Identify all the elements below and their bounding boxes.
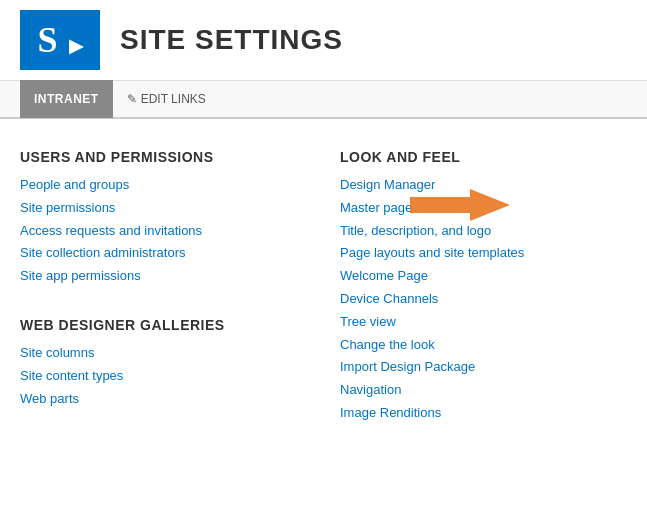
list-item: Access requests and invitations (20, 221, 300, 242)
edit-links-button[interactable]: ✎ EDIT LINKS (127, 92, 206, 106)
navigation-link[interactable]: Navigation (340, 382, 401, 397)
master-page-link[interactable]: Master page (340, 200, 412, 215)
web-designer-galleries-title: WEB DESIGNER GALLERIES (20, 317, 300, 333)
design-manager-link[interactable]: Design Manager (340, 177, 435, 192)
web-parts-link[interactable]: Web parts (20, 391, 79, 406)
image-renditions-link[interactable]: Image Renditions (340, 405, 441, 420)
list-item: Tree view (340, 312, 627, 333)
edit-links-label: EDIT LINKS (141, 92, 206, 106)
right-column: LOOK AND FEEL Design Manager Master page… (340, 149, 627, 454)
list-item: Change the look (340, 335, 627, 356)
sharepoint-logo: S ▶ (20, 10, 100, 70)
list-item: Master page (340, 198, 627, 219)
list-item: Site app permissions (20, 266, 300, 287)
left-column: USERS AND PERMISSIONS People and groups … (20, 149, 300, 454)
list-item: Page layouts and site templates (340, 243, 627, 264)
access-requests-link[interactable]: Access requests and invitations (20, 223, 202, 238)
list-item: Site columns (20, 343, 300, 364)
site-app-permissions-link[interactable]: Site app permissions (20, 268, 141, 283)
users-permissions-list: People and groups Site permissions Acces… (20, 175, 300, 287)
list-item: Image Renditions (340, 403, 627, 424)
list-item: People and groups (20, 175, 300, 196)
nav-intranet[interactable]: INTRANET (20, 80, 113, 118)
list-item: Device Channels (340, 289, 627, 310)
title-description-logo-link[interactable]: Title, description, and logo (340, 223, 491, 238)
web-designer-galleries-list: Site columns Site content types Web part… (20, 343, 300, 409)
list-item: Site content types (20, 366, 300, 387)
logo-icon: ▶ (69, 36, 83, 56)
pencil-icon: ✎ (127, 92, 137, 106)
list-item: Design Manager (340, 175, 627, 196)
list-item: Site permissions (20, 198, 300, 219)
page-title: SITE SETTINGS (120, 24, 343, 56)
list-item: Site collection administrators (20, 243, 300, 264)
page-header: S ▶ SITE SETTINGS (0, 0, 647, 81)
people-groups-link[interactable]: People and groups (20, 177, 129, 192)
welcome-page-link[interactable]: Welcome Page (340, 268, 428, 283)
tree-view-link[interactable]: Tree view (340, 314, 396, 329)
list-item: Import Design Package (340, 357, 627, 378)
site-permissions-link[interactable]: Site permissions (20, 200, 115, 215)
look-feel-title: LOOK AND FEEL (340, 149, 627, 165)
list-item: Navigation (340, 380, 627, 401)
list-item: Welcome Page (340, 266, 627, 287)
site-columns-link[interactable]: Site columns (20, 345, 94, 360)
main-content: USERS AND PERMISSIONS People and groups … (0, 119, 647, 474)
import-design-package-link[interactable]: Import Design Package (340, 359, 475, 374)
device-channels-link[interactable]: Device Channels (340, 291, 438, 306)
site-content-types-link[interactable]: Site content types (20, 368, 123, 383)
navbar: INTRANET ✎ EDIT LINKS (0, 81, 647, 119)
change-look-link[interactable]: Change the look (340, 337, 435, 352)
page-layouts-link[interactable]: Page layouts and site templates (340, 245, 524, 260)
list-item: Title, description, and logo (340, 221, 627, 242)
logo-letter: S ▶ (37, 19, 82, 61)
site-collection-admins-link[interactable]: Site collection administrators (20, 245, 185, 260)
look-feel-list: Design Manager Master page Title, descri… (340, 175, 627, 424)
list-item: Web parts (20, 389, 300, 410)
users-permissions-title: USERS AND PERMISSIONS (20, 149, 300, 165)
